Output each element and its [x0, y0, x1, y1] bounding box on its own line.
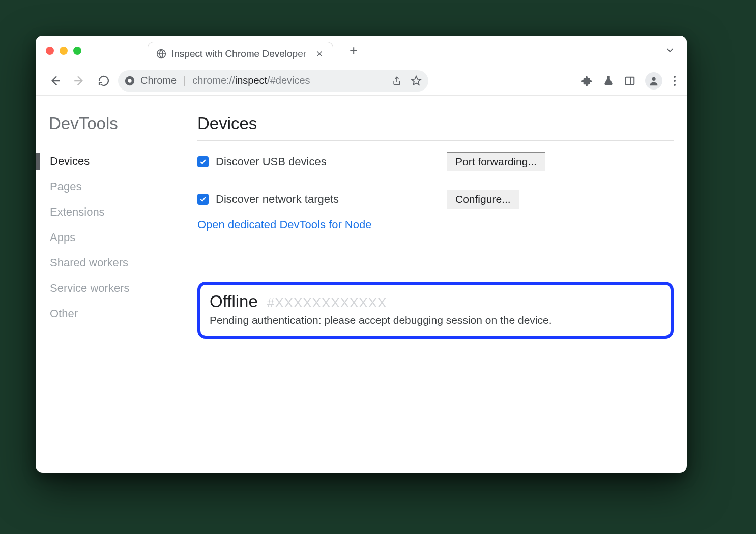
offline-status-message: Pending authentication: please accept de… — [210, 314, 661, 327]
page-content: DevTools Devices Pages Extensions Apps S… — [36, 96, 687, 473]
discover-usb-row: Discover USB devices Port forwarding... — [197, 155, 674, 168]
globe-icon — [156, 49, 166, 59]
open-devtools-node-link[interactable]: Open dedicated DevTools for Node — [197, 218, 371, 231]
profile-avatar[interactable] — [645, 72, 662, 90]
offline-device-highlight: Offline #XXXXXXXXXXXX Pending authentica… — [197, 282, 674, 339]
discover-usb-label: Discover USB devices — [216, 155, 327, 168]
forward-button[interactable] — [69, 71, 90, 91]
offline-status-title: Offline — [210, 292, 258, 311]
new-tab-button[interactable]: + — [344, 42, 363, 60]
extensions-icon[interactable] — [581, 75, 593, 87]
back-button[interactable] — [45, 71, 65, 91]
labs-icon[interactable] — [602, 75, 615, 87]
tabs-menu-button[interactable] — [664, 45, 677, 57]
sidebar: DevTools Devices Pages Extensions Apps S… — [36, 114, 173, 473]
sidebar-item-other[interactable]: Other — [46, 301, 173, 327]
minimize-window-button[interactable] — [60, 47, 68, 55]
chrome-menu-button[interactable] — [672, 76, 678, 86]
maximize-window-button[interactable] — [73, 47, 81, 55]
bookmark-star-icon[interactable] — [410, 75, 422, 87]
configure-button[interactable]: Configure... — [447, 190, 519, 209]
omnibox-divider: | — [183, 75, 186, 86]
sidebar-item-shared-workers[interactable]: Shared workers — [46, 250, 173, 276]
divider — [197, 241, 674, 241]
discover-network-row: Discover network targets Configure... — [197, 193, 674, 206]
chrome-icon — [124, 75, 135, 86]
sidebar-item-label: Extensions — [50, 205, 105, 218]
discover-network-checkbox[interactable] — [197, 194, 209, 205]
sidebar-title: DevTools — [46, 114, 173, 133]
sidebar-item-pages[interactable]: Pages — [46, 174, 173, 199]
sidebar-item-apps[interactable]: Apps — [46, 225, 173, 250]
svg-rect-3 — [626, 77, 634, 84]
share-icon[interactable] — [391, 75, 403, 87]
close-window-button[interactable] — [46, 47, 54, 55]
svg-point-2 — [128, 79, 131, 82]
sidebar-item-label: Shared workers — [50, 256, 128, 269]
omnibox-scheme-label: Chrome — [140, 75, 177, 86]
sidebar-item-service-workers[interactable]: Service workers — [46, 276, 173, 301]
offline-device-id: #XXXXXXXXXXXX — [267, 295, 387, 311]
svg-point-4 — [652, 77, 655, 80]
close-tab-button[interactable] — [314, 49, 325, 59]
side-panel-icon[interactable] — [624, 75, 636, 87]
browser-window: Inspect with Chrome Developer + Chrome — [36, 36, 687, 473]
discover-network-label: Discover network targets — [216, 193, 339, 206]
sidebar-item-devices[interactable]: Devices — [46, 149, 173, 174]
page-title: Devices — [197, 114, 674, 133]
omnibox-url: chrome://inspect/#devices — [192, 75, 310, 86]
sidebar-item-label: Service workers — [50, 282, 129, 294]
sidebar-item-extensions[interactable]: Extensions — [46, 199, 173, 225]
reload-button[interactable] — [94, 71, 114, 91]
sidebar-item-label: Pages — [50, 180, 81, 193]
sidebar-item-label: Other — [50, 307, 78, 320]
discover-usb-checkbox[interactable] — [197, 156, 209, 167]
sidebar-item-label: Apps — [50, 231, 75, 244]
tab-strip: Inspect with Chrome Developer + — [36, 36, 687, 66]
browser-toolbar: Chrome | chrome://inspect/#devices — [36, 66, 687, 96]
browser-tab[interactable]: Inspect with Chrome Developer — [148, 42, 333, 66]
main-panel: Devices Discover USB devices Port forwar… — [173, 114, 687, 473]
window-control-lights — [46, 47, 81, 55]
divider — [197, 140, 674, 141]
tab-title: Inspect with Chrome Developer — [171, 48, 306, 60]
sidebar-item-label: Devices — [50, 155, 90, 167]
address-bar[interactable]: Chrome | chrome://inspect/#devices — [118, 70, 428, 92]
port-forwarding-button[interactable]: Port forwarding... — [447, 152, 545, 171]
